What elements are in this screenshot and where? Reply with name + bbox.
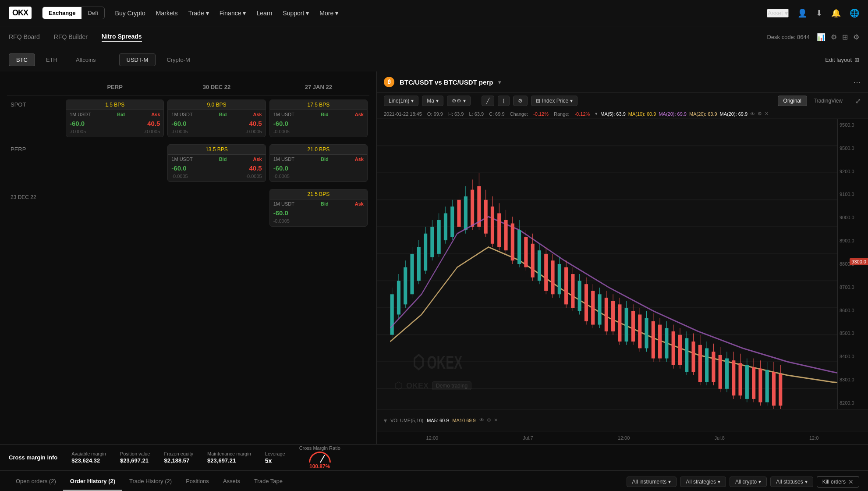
layout-icon[interactable]: ⊞ [842, 33, 848, 41]
ma-btn[interactable]: Ma ▾ [422, 96, 443, 106]
bell-icon[interactable]: 🔔 [831, 8, 841, 18]
chart-change-label: Change: [510, 111, 528, 117]
col-header-27jan: 27 JAN 22 [268, 78, 369, 96]
expand-chart-icon[interactable]: ⤢ [855, 97, 861, 105]
col-header-empty [7, 78, 64, 96]
23dec-row-label: 23 DEC 22 [7, 187, 64, 204]
gauge-needle [320, 455, 325, 463]
exchange-button[interactable]: Exchange [43, 7, 81, 19]
btc-filter-btn[interactable]: BTC [9, 53, 35, 66]
spot-27jan-bps: 17.5 BPS [307, 102, 329, 108]
spot-27jan-cell[interactable]: 17.5 BPS 1M USDT Bid Ask -60.0 -0.0005 [269, 100, 368, 137]
settings-icon[interactable]: ⚙ [831, 33, 837, 41]
volume-close-icon[interactable]: ✕ [494, 417, 498, 423]
col-header-perp: PERP [64, 78, 166, 96]
all-strategies-btn[interactable]: All strategies ▾ [680, 477, 726, 487]
asset-button[interactable]: Asset ▾ [767, 9, 789, 18]
sub-nav-rfq-board[interactable]: RFQ Board [9, 33, 40, 41]
chart-low: L: 63.9 [469, 111, 484, 117]
volume-ma5: MA5: 60.9 [427, 418, 449, 423]
chart-title-dropdown-icon[interactable]: ▾ [498, 79, 501, 85]
toolbar-sep-1 [476, 96, 476, 105]
edit-layout-icon: ⊞ [854, 57, 859, 63]
23dec-27jan-bid-price: -60.0 [273, 209, 288, 217]
tradingview-view-btn[interactable]: TradingView [808, 96, 848, 106]
tab-trade-tape[interactable]: Trade Tape [247, 473, 290, 491]
ma-close-icon[interactable]: ✕ [765, 111, 769, 117]
available-margin-item: Avaiable margin $23,624.32 [71, 451, 106, 464]
sub-nav-nitro-spreads[interactable]: Nitro Spreads [102, 33, 142, 42]
nav-markets[interactable]: Markets [156, 10, 178, 17]
chart-more-icon[interactable]: ⋯ [853, 78, 861, 86]
line-tool-btn[interactable]: ╱ [482, 96, 494, 106]
gear-icon[interactable]: ⚙ [853, 33, 859, 41]
draw-tool-btn[interactable]: ⟨ [498, 96, 510, 106]
nav-more[interactable]: More ▾ [319, 10, 338, 17]
line-icon: ╱ [486, 98, 489, 104]
exchange-defi-toggle: Exchange Defi [42, 7, 105, 19]
download-icon[interactable]: ⬇ [816, 8, 822, 18]
spot-perp-ask-price: 40.5 [147, 120, 160, 127]
tab-order-history[interactable]: Order History (2) [63, 473, 122, 491]
all-crypto-btn[interactable]: All crypto ▾ [730, 477, 767, 487]
indicator-settings-btn[interactable]: ⚙⚙ ▾ [447, 96, 471, 106]
timeframe-btn[interactable]: Line(1m) ▾ [384, 96, 418, 106]
volume-settings-icon[interactable]: ⚙ [487, 417, 491, 423]
all-instruments-btn[interactable]: All instruments ▾ [627, 477, 677, 487]
chart-icon[interactable]: 📊 [817, 33, 825, 41]
perp-row-label: PERP [7, 142, 64, 156]
usdt-m-filter-btn[interactable]: USDT-M [119, 53, 156, 66]
all-instruments-dropdown-icon: ▾ [668, 479, 671, 485]
volume-expand-icon[interactable]: ▾ [384, 417, 387, 424]
edit-layout-button[interactable]: Edit layout ⊞ [825, 57, 859, 63]
tab-positions[interactable]: Positions [179, 473, 216, 491]
header-right: Asset ▾ 👤 ⬇ 🔔 🌐 [767, 8, 859, 18]
crypto-m-filter-btn[interactable]: Crypto-M [159, 53, 197, 66]
spreads-panel: PERP 30 DEC 22 27 JAN 22 SPOT 1.5 BPS 1M… [0, 71, 377, 444]
perp-30dec-cell[interactable]: 13.5 BPS 1M USDT Bid Ask -60.0 40.5 -0.0… [167, 144, 266, 182]
volume-icons: 👁 ⚙ ✕ [479, 417, 498, 423]
sub-nav-rfq-builder[interactable]: RFQ Builder [54, 33, 88, 41]
logo[interactable]: OKX [9, 7, 32, 19]
tab-trade-history[interactable]: Trade History (2) [122, 473, 179, 491]
ratio-value: 100.87% [309, 463, 330, 470]
ratio-label: Cross Margin Ratio [299, 445, 340, 451]
spot-27jan-ask-label: Ask [355, 112, 364, 117]
nav-finance[interactable]: Finance ▾ [220, 10, 246, 17]
spot-30dec-cell[interactable]: 9.0 BPS 1M USDT Bid Ask -60.0 40.5 -0.00… [167, 100, 266, 137]
spot-perp-cell[interactable]: 1.5 BPS 1M USDT Bid Ask -60.0 40.5 -0.00… [66, 100, 164, 137]
23dec-27jan-cell[interactable]: 21.5 BPS 1M USDT Bid Ask -60.0 -0.0005 [269, 189, 368, 227]
nav-trade[interactable]: Trade ▾ [188, 10, 209, 17]
all-statuses-btn[interactable]: All statuses ▾ [770, 477, 813, 487]
ma-visibility-icon[interactable]: 👁 [750, 111, 755, 117]
ma5-stat: MA(5): 63.9 [600, 111, 625, 117]
kill-orders-button[interactable]: Kill orders ✕ [817, 476, 859, 487]
chart-settings-btn[interactable]: ⚙ [513, 96, 528, 106]
spot-30dec-ask-label: Ask [253, 112, 262, 117]
nav-support[interactable]: Support ▾ [283, 10, 309, 17]
user-icon[interactable]: 👤 [797, 8, 807, 18]
position-value-label: Position value [120, 451, 150, 456]
nav-learn[interactable]: Learn [256, 10, 272, 17]
perp-27jan-bps: 21.0 BPS [307, 146, 329, 153]
svg-text:⬡ OKEX: ⬡ OKEX [413, 352, 463, 373]
perp-27jan-cell[interactable]: 21.0 BPS 1M USDT Bid Ask -60.0 -0.0005 [269, 144, 368, 182]
indicator-dropdown-icon: ▾ [463, 98, 466, 104]
perp-27jan-bid-price: -60.0 [273, 164, 288, 172]
tab-open-orders[interactable]: Open orders (2) [9, 473, 63, 491]
maintenance-margin-item: Maintenance margin $23,697.21 [207, 451, 251, 464]
volume-visibility-icon[interactable]: 👁 [479, 417, 484, 423]
altcoins-filter-btn[interactable]: Altcoins [68, 53, 103, 66]
eth-filter-btn[interactable]: ETH [39, 53, 65, 66]
defi-button[interactable]: Defi [81, 7, 104, 19]
ma-settings-icon[interactable]: ⚙ [758, 111, 762, 117]
globe-icon[interactable]: 🌐 [850, 8, 859, 18]
chevron-down-icon[interactable]: ▾ [595, 111, 598, 117]
spot-30dec-bid-price: -60.0 [171, 120, 186, 127]
index-price-btn[interactable]: ⊞ Index Price ▾ [531, 96, 577, 106]
tab-assets[interactable]: Assets [216, 473, 247, 491]
frozen-equity-label: Frozen equity [164, 451, 193, 456]
nav-buy-crypto[interactable]: Buy Crypto [115, 10, 145, 17]
spot-27jan-bid-sub: -0.0005 [273, 129, 290, 134]
original-view-btn[interactable]: Original [778, 96, 807, 106]
